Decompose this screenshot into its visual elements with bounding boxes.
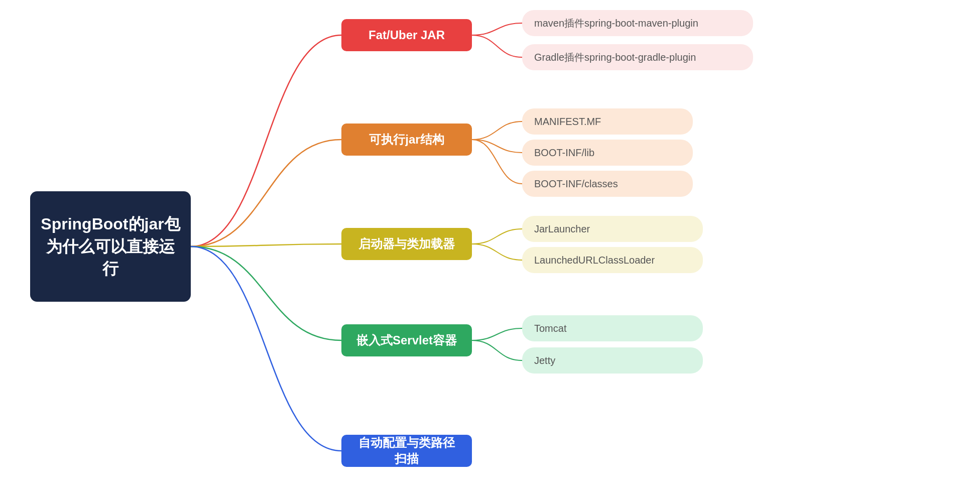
mind-map: SpringBoot的jar包为什么可以直接运行 Fat/Uber JAR 可执… xyxy=(0,0,980,493)
leaf-jar-struct-3-text: BOOT-INF/classes xyxy=(534,178,618,190)
leaf-jar-struct-3: BOOT-INF/classes xyxy=(522,171,693,197)
leaf-jar-struct-1: MANIFEST.MF xyxy=(522,108,693,135)
autoconfig-label: 自动配置与类路径扫描 xyxy=(355,435,458,467)
leaf-fat-jar-2-text: Gradle插件spring-boot-gradle-plugin xyxy=(534,51,696,64)
leaf-servlet-2: Jetty xyxy=(522,347,703,374)
leaf-servlet-1: Tomcat xyxy=(522,315,703,341)
node-servlet: 嵌入式Servlet容器 xyxy=(341,324,472,356)
node-launcher: 启动器与类加载器 xyxy=(341,228,472,260)
node-autoconfig: 自动配置与类路径扫描 xyxy=(341,435,472,467)
node-fat-jar: Fat/Uber JAR xyxy=(341,19,472,51)
leaf-servlet-2-text: Jetty xyxy=(534,355,555,366)
leaf-launcher-2-text: LaunchedURLClassLoader xyxy=(534,255,655,266)
jar-struct-label: 可执行jar结构 xyxy=(369,132,444,148)
leaf-servlet-1-text: Tomcat xyxy=(534,323,566,334)
leaf-jar-struct-2: BOOT-INF/lib xyxy=(522,140,693,166)
leaf-fat-jar-2: Gradle插件spring-boot-gradle-plugin xyxy=(522,44,753,70)
node-jar-struct: 可执行jar结构 xyxy=(341,124,472,156)
leaf-jar-struct-2-text: BOOT-INF/lib xyxy=(534,147,594,159)
launcher-label: 启动器与类加载器 xyxy=(358,236,455,252)
fat-jar-label: Fat/Uber JAR xyxy=(369,28,445,42)
leaf-launcher-1-text: JarLauncher xyxy=(534,223,590,235)
servlet-label: 嵌入式Servlet容器 xyxy=(356,332,457,348)
leaf-launcher-2: LaunchedURLClassLoader xyxy=(522,247,703,273)
leaf-jar-struct-1-text: MANIFEST.MF xyxy=(534,116,601,128)
root-label: SpringBoot的jar包为什么可以直接运行 xyxy=(40,213,181,280)
leaf-fat-jar-1: maven插件spring-boot-maven-plugin xyxy=(522,10,753,36)
root-node: SpringBoot的jar包为什么可以直接运行 xyxy=(30,191,191,302)
leaf-fat-jar-1-text: maven插件spring-boot-maven-plugin xyxy=(534,17,698,30)
leaf-launcher-1: JarLauncher xyxy=(522,216,703,242)
